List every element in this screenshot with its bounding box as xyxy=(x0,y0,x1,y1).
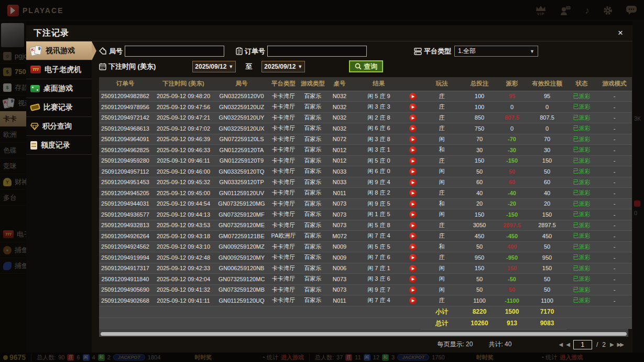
cell-result: 闲 7 庄 6 xyxy=(353,252,405,263)
cell-mode: - xyxy=(597,102,632,113)
replay-play-icon[interactable]: ▶ xyxy=(409,243,417,251)
cell-round: GN032259120UY xyxy=(215,112,268,123)
cell-game: 百家乐 xyxy=(299,112,326,123)
cell-bet: 60 xyxy=(463,177,496,188)
replay-play-icon[interactable]: ▶ xyxy=(409,168,417,175)
cell-mode: - xyxy=(597,145,632,156)
cell-replay: ▶ xyxy=(405,284,421,295)
replay-play-icon[interactable]: ▶ xyxy=(409,297,417,304)
sidebar-item-quota-records[interactable]: 额度记录 xyxy=(26,136,92,155)
replay-play-icon[interactable]: ▶ xyxy=(409,222,417,229)
cell-play: 庄 xyxy=(421,252,463,263)
table-row: 2509120949173172025-09-12 09:42:33GN0062… xyxy=(99,263,632,274)
replay-play-icon[interactable]: ▶ xyxy=(409,211,417,218)
sidebar-item-slots[interactable]: 777 电子老虎机 xyxy=(26,60,92,79)
cell-status: 已派彩 xyxy=(566,231,597,242)
replay-play-icon[interactable]: ▶ xyxy=(409,179,417,186)
cell-round: GN006259120NB xyxy=(215,263,268,274)
cell-status: 已派彩 xyxy=(566,102,597,113)
cell-game: 百家乐 xyxy=(299,155,326,166)
round-number-input[interactable] xyxy=(125,46,224,57)
cell-payout: -1100 xyxy=(496,295,528,306)
filter-bar: 局号 订单号 平台类型 1.全部 xyxy=(99,46,628,76)
replay-play-icon[interactable]: ▶ xyxy=(409,157,417,165)
cell-status: 已派彩 xyxy=(566,209,597,220)
replay-play-icon[interactable]: ▶ xyxy=(409,146,417,154)
cell-round: GN011259120UQ xyxy=(215,295,268,306)
sidebar-item-video-games[interactable]: K9 视讯游戏 xyxy=(26,41,92,60)
last-page-icon[interactable]: ▶▶ xyxy=(617,342,623,347)
cell-time: 2025-09-12 09:41:32 xyxy=(151,284,215,295)
cell-order: 250912094944031 xyxy=(99,198,151,209)
diamond-icon xyxy=(30,123,39,130)
cell-play: 闲 xyxy=(421,263,463,274)
cell-order: 250912094982862 xyxy=(99,91,151,102)
sidebar-item-points-query[interactable]: 积分查询 xyxy=(26,117,92,136)
round-number-label: 局号 xyxy=(99,47,123,56)
cell-replay: ▶ xyxy=(405,263,421,274)
date-to-picker[interactable]: 2025/09/12▼ xyxy=(261,61,305,72)
sidebar-item-match-records[interactable]: 比赛记录 xyxy=(26,98,92,117)
replay-play-icon[interactable]: ▶ xyxy=(409,265,417,272)
document-icon xyxy=(30,141,37,150)
replay-play-icon[interactable]: ▶ xyxy=(409,275,417,283)
cell-payout: -50 xyxy=(496,274,528,285)
replay-play-icon[interactable]: ▶ xyxy=(409,125,417,132)
page-total: 2 xyxy=(602,341,606,348)
table-row: 2509120949440312025-09-12 09:44:54GN0732… xyxy=(99,198,632,209)
replay-play-icon[interactable]: ▶ xyxy=(409,114,417,122)
column-header: 状态 xyxy=(566,77,597,91)
prev-page-icon[interactable]: ◀ xyxy=(566,342,569,347)
replay-play-icon[interactable]: ▶ xyxy=(409,232,417,240)
chevron-down-icon: ▼ xyxy=(298,64,302,69)
cell-valid: 40 xyxy=(528,188,566,199)
cell-mode: - xyxy=(597,112,632,123)
order-number-input[interactable] xyxy=(267,46,367,57)
cell-time: 2025-09-12 09:46:11 xyxy=(151,155,215,166)
replay-play-icon[interactable]: ▶ xyxy=(409,254,417,261)
close-icon[interactable]: × xyxy=(616,28,625,38)
cell-replay: ▶ xyxy=(405,231,421,242)
cell-payout: 0 xyxy=(496,123,528,134)
horizontal-scrollbar[interactable] xyxy=(101,332,627,336)
cell-bet: 40 xyxy=(463,188,496,199)
cell-platform: 卡卡湾厅 xyxy=(268,155,299,166)
next-page-icon[interactable]: ▶ xyxy=(610,342,613,347)
replay-play-icon[interactable]: ▶ xyxy=(409,286,417,294)
cell-time: 2025-09-12 09:44:13 xyxy=(151,209,215,220)
cell-status: 已派彩 xyxy=(566,198,597,209)
platform-type-select[interactable]: 1.全部 ▼ xyxy=(454,46,538,57)
page-number-input[interactable] xyxy=(573,340,592,349)
first-page-icon[interactable]: ◀ xyxy=(559,342,562,347)
search-button[interactable]: 查询 xyxy=(349,60,383,72)
cell-valid: 95 xyxy=(528,91,566,102)
cell-table: N033 xyxy=(326,177,353,188)
replay-play-icon[interactable]: ▶ xyxy=(409,189,417,197)
cell-table: N032 xyxy=(326,112,353,123)
sidebar-item-table-games[interactable]: 桌面游戏 xyxy=(26,79,92,98)
cell-time: 2025-09-12 09:47:21 xyxy=(151,112,215,123)
cell-time: 2025-09-12 09:43:53 xyxy=(151,220,215,231)
cell-platform: 卡卡湾厅 xyxy=(268,295,299,306)
cell-time: 2025-09-12 09:44:54 xyxy=(151,198,215,209)
cell-platform: 卡卡湾厅 xyxy=(268,145,299,156)
replay-play-icon[interactable]: ▶ xyxy=(409,93,417,100)
date-from-picker[interactable]: 2025/09/12▼ xyxy=(192,61,236,72)
cell-time: 2025-09-12 09:42:48 xyxy=(151,252,215,263)
cell-valid: 30 xyxy=(528,145,566,156)
cell-bet: 100 xyxy=(463,102,496,113)
tag-icon xyxy=(99,47,107,55)
replay-play-icon[interactable]: ▶ xyxy=(409,200,417,208)
cell-valid: 50 xyxy=(528,284,566,295)
cell-replay: ▶ xyxy=(405,241,421,252)
replay-play-icon[interactable]: ▶ xyxy=(409,103,417,111)
cell-mode: - xyxy=(597,198,632,209)
table-row: 2509120949789562025-09-12 09:47:56GN0322… xyxy=(99,102,632,113)
cell-play: 闲 xyxy=(421,177,463,188)
cell-mode: - xyxy=(597,177,632,188)
replay-play-icon[interactable]: ▶ xyxy=(409,136,417,143)
cell-mode: - xyxy=(597,188,632,199)
cell-mode: - xyxy=(597,123,632,134)
cell-result: 闲 5 庄 9 xyxy=(353,91,405,102)
cell-game: 百家乐 xyxy=(299,198,326,209)
